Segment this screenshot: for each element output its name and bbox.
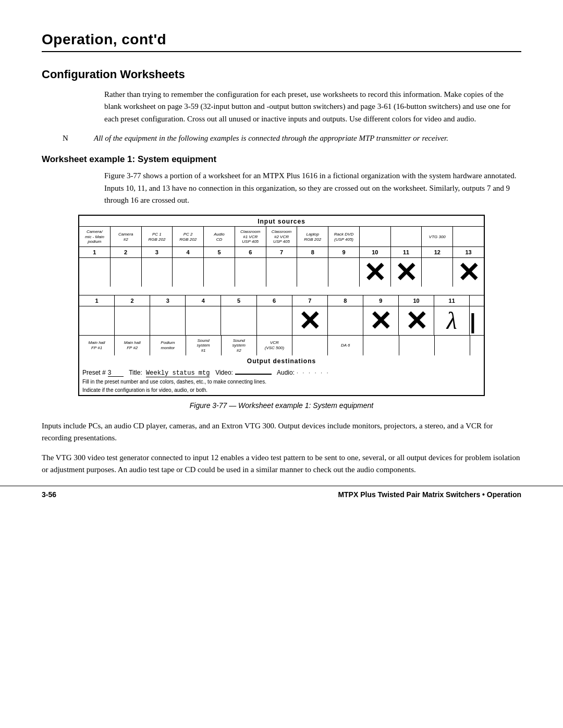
post-body-2: The VTG 300 video test generator connect… xyxy=(42,452,521,476)
footer-page-number: 3-56 xyxy=(42,490,56,499)
output-x-8 xyxy=(328,306,363,335)
output-x-11: λ xyxy=(434,306,470,335)
output-x-1 xyxy=(79,306,115,335)
input-label-6: Classroom#1 VCRUSP 405 xyxy=(235,227,266,246)
input-label-10 xyxy=(360,227,391,246)
input-label-1: Camera/mic - Mainpodium xyxy=(79,227,111,246)
preset-video-label: Video: xyxy=(212,369,232,376)
input-sources-label: Input sources xyxy=(79,216,484,226)
subsection-body: Figure 3-77 shows a portion of a workshe… xyxy=(104,170,521,206)
output-label-row: Main hallFP #1 Main hallFP #2 Podiummoni… xyxy=(79,335,484,355)
output-label-1: Main hallFP #1 xyxy=(79,336,115,355)
cross-11: ✕ xyxy=(395,259,418,286)
input-num-2: 2 xyxy=(111,247,142,257)
input-num-13: 13 xyxy=(453,247,484,257)
diagram-gap xyxy=(79,287,484,295)
input-x-4 xyxy=(173,258,204,287)
output-x-4 xyxy=(186,306,221,335)
preset-note-2: Indicate if the configuration is for vid… xyxy=(79,387,484,395)
output-x-3 xyxy=(150,306,186,335)
input-x-11: ✕ xyxy=(391,258,422,287)
section-title: Configuration Worksheets xyxy=(42,68,521,81)
output-x-9: ✕ xyxy=(363,306,399,335)
output-x-6 xyxy=(257,306,292,335)
output-label-5: Soundsystem#2 xyxy=(222,336,257,355)
output-num-1: 1 xyxy=(79,295,115,306)
output-label-3: Podiummonitor xyxy=(150,336,186,355)
output-x-extra: | xyxy=(470,306,484,335)
input-label-11 xyxy=(391,227,422,246)
page-footer: 3-56 MTPX Plus Twisted Pair Matrix Switc… xyxy=(0,486,563,499)
output-label-7 xyxy=(292,336,328,355)
input-num-9: 9 xyxy=(328,247,360,257)
output-label-10 xyxy=(399,336,435,355)
out-cross-7: ✕ xyxy=(298,307,321,335)
preset-audio-value: · · · · · · xyxy=(297,370,330,376)
page: Operation, cont'd Configuration Workshee… xyxy=(0,0,563,514)
input-x-row: ✕ ✕ ✕ xyxy=(79,257,484,287)
input-x-12 xyxy=(422,258,453,287)
note-row: N All of the equipment in the following … xyxy=(63,132,521,144)
vert-bar-symbol: | xyxy=(470,310,475,334)
input-label-5: AudioCD xyxy=(204,227,235,246)
page-title: Operation, cont'd xyxy=(42,31,521,48)
input-label-2: Camera#2 xyxy=(111,227,142,246)
input-label-row: Camera/mic - Mainpodium Camera#2 PC 1RGB… xyxy=(79,227,484,246)
subsection-title: Worksheet example 1: System equipment xyxy=(42,154,521,165)
input-label-9: Rack DVD(USP 405) xyxy=(328,227,360,246)
preset-note-1: Fill in the preset number and use colors… xyxy=(79,378,484,387)
body-text-1: Rather than trying to remember the confi… xyxy=(104,89,521,125)
input-area: Camera/mic - Mainpodium Camera#2 PC 1RGB… xyxy=(79,226,484,287)
input-x-13: ✕ xyxy=(453,258,484,287)
output-num-5: 5 xyxy=(221,295,256,306)
output-num-3: 3 xyxy=(150,295,186,306)
output-destinations-label: Output destinations xyxy=(79,355,484,367)
input-num-3: 3 xyxy=(142,247,173,257)
output-num-8: 8 xyxy=(328,295,363,306)
cross-10: ✕ xyxy=(363,259,386,286)
output-num-6: 6 xyxy=(257,295,292,306)
input-num-6: 6 xyxy=(235,247,266,257)
preset-audio-label: Audio: xyxy=(274,369,295,376)
input-num-7: 7 xyxy=(266,247,298,257)
input-label-13 xyxy=(453,227,484,246)
note-n: N xyxy=(63,132,94,144)
input-x-6 xyxy=(235,258,266,287)
preset-title-label: Title: xyxy=(126,369,144,376)
output-label-11 xyxy=(435,336,470,355)
preset-row: Preset # 3 Title: Weekly status mtg Vide… xyxy=(79,367,484,378)
input-label-7: Classroom#2 VCRUSP 405 xyxy=(266,227,298,246)
output-num-4: 4 xyxy=(186,295,221,306)
input-num-5: 5 xyxy=(204,247,235,257)
output-num-2: 2 xyxy=(115,295,150,306)
post-body-1: Inputs include PCs, an audio CD player, … xyxy=(42,420,521,445)
input-label-3: PC 1RGB 202 xyxy=(142,227,173,246)
note-text: All of the equipment in the following ex… xyxy=(94,132,448,144)
preset-title-value: Weekly status mtg xyxy=(146,369,210,377)
input-num-8: 8 xyxy=(297,247,328,257)
output-label-8: DA 6 xyxy=(328,336,363,355)
input-x-2 xyxy=(111,258,142,287)
input-x-5 xyxy=(204,258,235,287)
input-label-4: PC 2RGB 202 xyxy=(173,227,204,246)
output-label-9 xyxy=(363,336,399,355)
output-label-extra xyxy=(470,336,484,355)
figure-caption-text: Figure 3-77 — Worksheet example 1: Syste… xyxy=(190,401,374,410)
output-x-2 xyxy=(115,306,150,335)
input-num-12: 12 xyxy=(422,247,453,257)
input-label-8: LaptopRGB 202 xyxy=(297,227,328,246)
output-area: 1 2 3 4 5 6 7 8 9 10 11 ✕ xyxy=(79,295,484,355)
lambda-symbol: λ xyxy=(447,307,457,335)
output-label-6: VCR(VSC 500) xyxy=(257,336,292,355)
input-num-11: 11 xyxy=(391,247,422,257)
preset-video-value xyxy=(235,369,272,375)
input-x-7 xyxy=(266,258,298,287)
output-label-4: Soundsystem#1 xyxy=(186,336,222,355)
output-x-row: ✕ ✕ ✕ λ | xyxy=(79,306,484,335)
output-x-7: ✕ xyxy=(292,306,328,335)
output-num-11: 11 xyxy=(434,295,470,306)
input-num-10: 10 xyxy=(360,247,391,257)
input-label-12: VTG 300 xyxy=(422,227,453,246)
out-cross-9: ✕ xyxy=(369,307,392,335)
page-header: Operation, cont'd xyxy=(42,31,521,52)
